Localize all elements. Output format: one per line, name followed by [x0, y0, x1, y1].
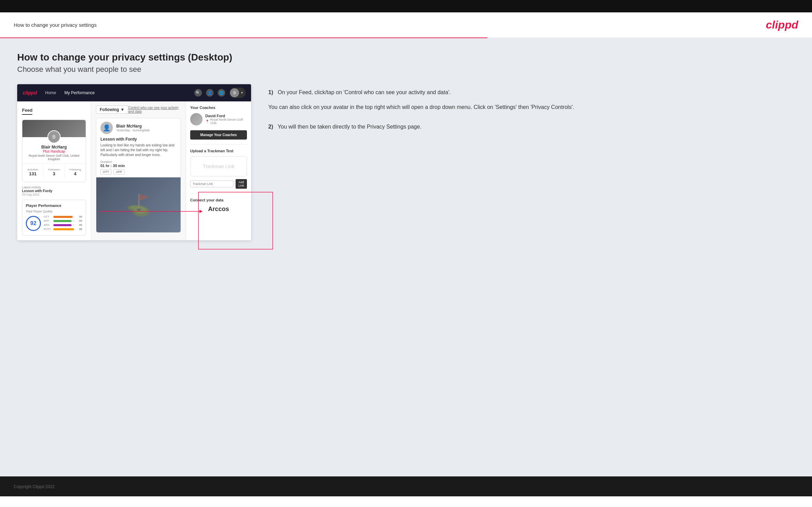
globe-icon[interactable]: 🌐 [218, 89, 225, 97]
instruction-1-content: On your Feed, click/tap on 'Control who … [278, 89, 451, 95]
bar-app-track [53, 220, 75, 222]
nav-home[interactable]: Home [45, 90, 56, 95]
coach-info: David Ford 📍 Royal North Devon Golf Club [205, 114, 247, 125]
stat-followers-label: Followers [44, 168, 65, 171]
stat-activities-label: Activities [22, 168, 43, 171]
latest-activity-title: Lesson with Fordy [22, 189, 86, 193]
page-sub-heading: Choose what you want people to see [17, 65, 795, 74]
post-avatar: 👤 [100, 122, 113, 134]
avatar-button[interactable]: B ▼ [229, 88, 246, 98]
profile-handicap: Plus Handicap [43, 150, 65, 153]
coach-club: 📍 Royal North Devon Golf Club [205, 118, 247, 125]
profile-card: B Blair McHarg Plus Handicap Royal North… [22, 120, 86, 182]
post-username: Blair McHarg [116, 124, 150, 129]
golf-icon: ⛳ [126, 193, 151, 217]
person-icon[interactable]: 👤 [206, 89, 214, 97]
latest-activity-date: 03 Aug 2022 [22, 193, 86, 196]
profile-name: Blair McHarg [41, 145, 67, 150]
connect-title: Connect your data [190, 198, 247, 202]
instruction-1-extra: You can also click on your avatar in the… [268, 102, 795, 112]
profile-club: Royal North Devon Golf Club, United King… [22, 154, 86, 161]
latest-activity-label: Latest Activity [22, 186, 86, 189]
tag-ott: OTT [100, 169, 111, 175]
search-icon[interactable]: 🔍 [194, 89, 202, 97]
instruction-1-text: 1) On your Feed, click/tap on 'Control w… [268, 88, 795, 97]
duration-label: Duration [100, 160, 176, 164]
post-meta: Yesterday · Sunningdale [116, 129, 150, 132]
bar-ott: OTT 90 [44, 215, 82, 218]
manage-coaches-button[interactable]: Manage Your Coaches [190, 130, 247, 140]
trackman-input-area: Trackman Link [190, 156, 247, 176]
tpq-row: 92 OTT 90 [26, 215, 82, 232]
app-logo: clippd [23, 90, 37, 96]
player-perf-title: Player Performance [26, 203, 82, 208]
app-mockup: clippd Home My Performance 🔍 👤 🌐 B ▼ [17, 84, 251, 240]
coaches-section: Your Coaches David Ford 📍 Royal North De… [190, 106, 247, 140]
instruction-item-2: 2) You will then be taken directly to th… [268, 122, 795, 131]
following-chevron-icon: ▼ [120, 107, 124, 112]
instruction-1-num: 1) [268, 89, 273, 95]
bar-arg: ARG 86 [44, 223, 82, 227]
app-feed: Following ▼ Control who can see your act… [91, 101, 186, 240]
post-description: Looking to feel like my hands are exitin… [100, 143, 176, 157]
latest-activity: Latest Activity Lesson with Fordy 03 Aug… [22, 186, 86, 196]
feed-tab[interactable]: Feed [22, 106, 32, 115]
instruction-2-content: You will then be taken directly to the P… [278, 124, 421, 130]
trackman-placeholder: Trackman Link [195, 164, 242, 169]
bar-putt: PUTT 96 [44, 228, 82, 231]
post-body: Lesson with Fordy Looking to feel like m… [96, 134, 181, 160]
chevron-down-icon: ▼ [240, 91, 243, 95]
tag-row: OTT APP [100, 169, 176, 175]
add-link-button[interactable]: Add Link [236, 179, 247, 189]
app-nav-icons: 🔍 👤 🌐 B ▼ [194, 88, 246, 98]
logo: clippd [766, 19, 798, 31]
post-card: 👤 Blair McHarg Yesterday · Sunningdale L… [96, 118, 181, 233]
instructions-panel: 1) On your Feed, click/tap on 'Control w… [261, 84, 795, 142]
bar-app-label: APP [44, 219, 52, 222]
footer: Copyright Clippd 2022 [0, 476, 812, 496]
stat-activities: Activities 131 [22, 167, 44, 178]
footer-copyright: Copyright Clippd 2022 [14, 484, 55, 489]
bar-ott-val: 90 [76, 215, 82, 218]
following-label: Following [100, 107, 119, 112]
stat-followers-value: 3 [44, 171, 65, 176]
location-icon: 📍 [205, 120, 209, 123]
stat-following-value: 4 [65, 171, 86, 176]
bar-putt-val: 96 [76, 228, 82, 231]
instruction-2-num: 2) [268, 124, 273, 130]
stat-following-label: Following [65, 168, 86, 171]
post-user-info: Blair McHarg Yesterday · Sunningdale [116, 124, 150, 132]
bar-ott-label: OTT [44, 215, 52, 218]
feed-header: Following ▼ Control who can see your act… [96, 106, 181, 114]
bar-app-val: 85 [76, 219, 82, 222]
nav-avatar: B [230, 88, 239, 97]
top-bar [0, 0, 812, 12]
profile-avatar: B [47, 130, 61, 143]
tpq-bars: OTT 90 APP [44, 215, 82, 232]
privacy-control-link[interactable]: Control who can see your activity and da… [128, 106, 181, 113]
bar-putt-fill [53, 228, 74, 230]
post-title: Lesson with Fordy [100, 137, 176, 142]
profile-banner: B [22, 120, 86, 137]
trackman-field[interactable] [190, 180, 234, 187]
app-nav: clippd Home My Performance 🔍 👤 🌐 B ▼ [17, 84, 251, 101]
app-mockup-container: clippd Home My Performance 🔍 👤 🌐 B ▼ [17, 84, 251, 240]
stat-followers: Followers 3 [44, 167, 65, 178]
bar-ott-track [53, 216, 75, 218]
tpq-label: Total Player Quality [26, 210, 82, 213]
bar-app-fill [53, 220, 72, 222]
arccos-logo: Arccos [190, 206, 247, 213]
coach-avatar [190, 113, 203, 125]
following-button[interactable]: Following ▼ [96, 106, 128, 114]
app-sidebar: Feed B Blair McHarg Plus Handicap Royal … [17, 101, 91, 240]
nav-my-performance[interactable]: My Performance [64, 90, 95, 95]
tag-app: APP [113, 169, 124, 175]
trackman-title: Upload a Trackman Test [190, 149, 247, 153]
app-body: Feed B Blair McHarg Plus Handicap Royal … [17, 101, 251, 240]
bar-ott-fill [53, 216, 73, 218]
coaches-title: Your Coaches [190, 106, 247, 110]
bar-arg-fill [53, 224, 72, 226]
main-content: How to change your privacy settings (Des… [0, 38, 812, 476]
instruction-item-1: 1) On your Feed, click/tap on 'Control w… [268, 88, 795, 112]
bar-putt-track [53, 228, 75, 230]
